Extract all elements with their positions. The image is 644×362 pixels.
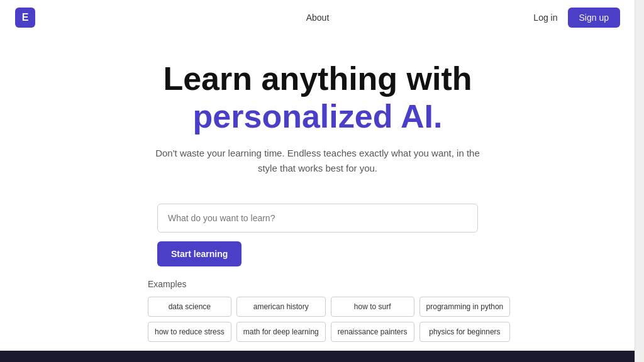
- example-chip-4[interactable]: how to reduce stress: [148, 322, 231, 342]
- example-chip-1[interactable]: american history: [236, 297, 326, 317]
- logo[interactable]: E: [15, 8, 35, 28]
- navbar: E About Log in Sign up: [0, 0, 635, 35]
- hero-subtitle: Don't waste your learning time. Endless …: [154, 146, 481, 176]
- example-chip-0[interactable]: data science: [148, 297, 231, 317]
- nav-center: About: [306, 12, 330, 23]
- bottom-bar: [0, 351, 635, 362]
- nav-right: Log in Sign up: [533, 8, 620, 28]
- login-button[interactable]: Log in: [533, 13, 557, 23]
- example-chip-5[interactable]: math for deep learning: [236, 322, 326, 342]
- logo-letter: E: [22, 12, 29, 23]
- hero-section: Learn anything with personalized AI. Don…: [0, 35, 635, 189]
- examples-section: Examples data science american history h…: [142, 279, 494, 342]
- example-chip-6[interactable]: renaissance painters: [331, 322, 414, 342]
- hero-title-line2: personalized AI.: [13, 98, 623, 136]
- hero-title-line1: Learn anything with: [13, 60, 623, 98]
- signup-button[interactable]: Sign up: [568, 8, 620, 28]
- search-input[interactable]: [157, 204, 478, 233]
- about-link[interactable]: About: [306, 13, 330, 23]
- examples-grid: data science american history how to sur…: [148, 297, 487, 342]
- example-chip-2[interactable]: how to surf: [331, 297, 414, 317]
- search-section: Start learning: [151, 204, 484, 266]
- page-wrapper: E About Log in Sign up Learn anything wi…: [0, 0, 635, 362]
- start-learning-button[interactable]: Start learning: [157, 241, 242, 266]
- example-chip-7[interactable]: physics for beginners: [419, 322, 511, 342]
- example-chip-3[interactable]: programming in python: [419, 297, 511, 317]
- examples-label: Examples: [148, 279, 487, 289]
